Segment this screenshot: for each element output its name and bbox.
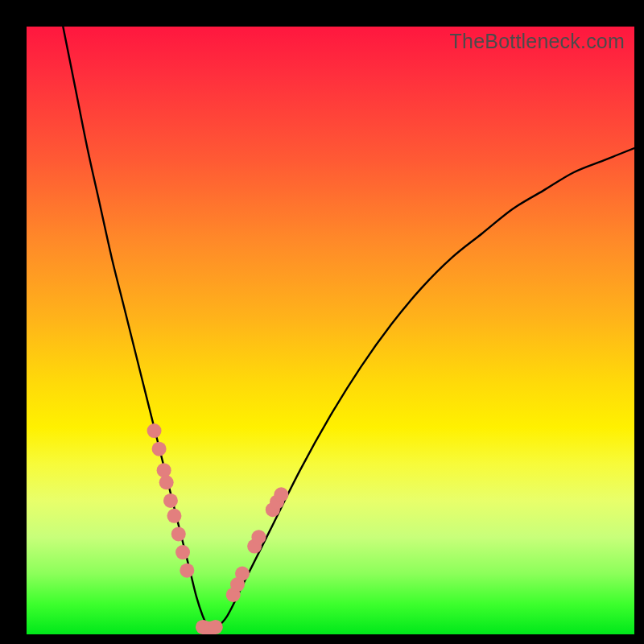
marker-point <box>235 567 250 581</box>
markers-group <box>147 423 289 634</box>
marker-point <box>171 526 186 541</box>
marker-point <box>175 545 190 559</box>
marker-point <box>159 475 174 489</box>
chart-frame: TheBottleneck.com <box>0 0 644 644</box>
marker-point <box>208 620 223 634</box>
marker-point <box>251 530 266 544</box>
marker-point <box>163 493 178 508</box>
marker-point <box>180 564 194 578</box>
plot-area: TheBottleneck.com <box>27 27 634 634</box>
marker-point <box>152 442 167 456</box>
chart-overlay <box>27 27 634 634</box>
bottleneck-curve <box>63 27 634 630</box>
marker-point <box>167 509 181 523</box>
marker-point <box>157 463 171 477</box>
marker-point <box>274 487 288 502</box>
marker-point <box>147 423 162 438</box>
